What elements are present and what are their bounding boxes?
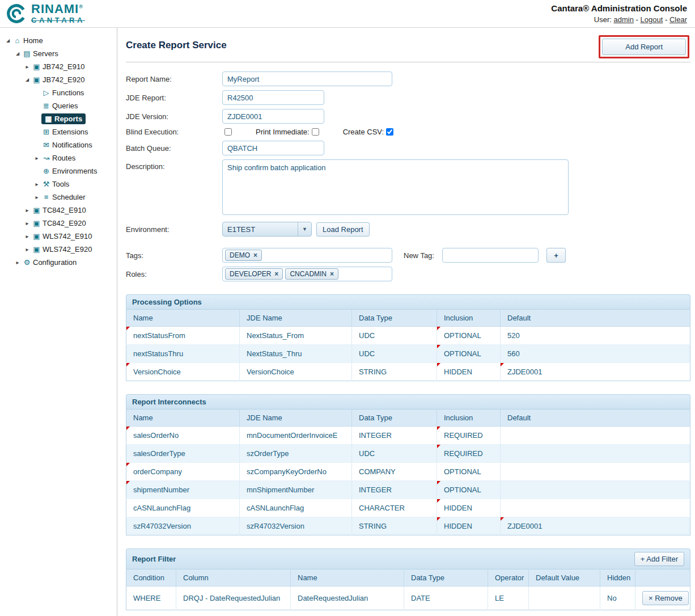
- table-cell[interactable]: WHERE: [126, 587, 176, 610]
- table-cell[interactable]: [501, 427, 690, 445]
- table-cell[interactable]: ZJDE0001: [501, 363, 690, 381]
- new-tag-input[interactable]: [442, 248, 539, 263]
- table-row[interactable]: salesOrderTypeszOrderTypeUDCREQUIRED: [126, 445, 690, 463]
- table-cell[interactable]: 520: [501, 327, 690, 345]
- sidebar-item-routes[interactable]: ▸↝Routes: [0, 151, 117, 164]
- table-cell[interactable]: VersionChoice: [126, 363, 240, 381]
- table-cell[interactable]: szCompanyKeyOrderNo: [240, 463, 352, 481]
- table-cell[interactable]: shipmentNumber: [126, 481, 240, 499]
- create-csv-checkbox[interactable]: [386, 128, 393, 136]
- table-cell[interactable]: STRING: [352, 517, 437, 535]
- table-row[interactable]: nextStatusThruNextStatus_ThruUDCOPTIONAL…: [126, 345, 690, 363]
- expand-arrow-icon[interactable]: ▸: [13, 259, 22, 265]
- collapse-arrow-icon[interactable]: ◢: [3, 38, 12, 43]
- table-cell[interactable]: UDC: [352, 445, 437, 463]
- table-cell[interactable]: [501, 499, 690, 517]
- sidebar-item-reports[interactable]: ▦Reports: [0, 112, 117, 125]
- table-cell[interactable]: OPTIONAL: [437, 481, 501, 499]
- add-filter-button[interactable]: + Add Filter: [634, 552, 684, 566]
- table-cell[interactable]: No: [600, 587, 635, 610]
- remove-chip-icon[interactable]: ×: [253, 251, 257, 259]
- table-cell[interactable]: orderCompany: [126, 463, 240, 481]
- app-logo[interactable]: RINAMI® CANTARA: [6, 3, 85, 24]
- table-cell[interactable]: [529, 587, 600, 610]
- table-cell[interactable]: OPTIONAL: [437, 345, 501, 363]
- batch-queue-input[interactable]: [222, 141, 324, 155]
- expand-arrow-icon[interactable]: ▸: [23, 233, 32, 239]
- print-immediate-checkbox[interactable]: [312, 128, 319, 136]
- tag-chip[interactable]: DEMO×: [225, 250, 262, 261]
- table-cell[interactable]: nextStatusFrom: [126, 327, 240, 345]
- table-cell[interactable]: HIDDEN: [437, 363, 501, 381]
- add-tag-button[interactable]: +: [546, 248, 566, 263]
- table-cell[interactable]: [501, 445, 690, 463]
- blind-execution-checkbox[interactable]: [224, 128, 232, 136]
- remove-chip-icon[interactable]: ×: [330, 270, 334, 278]
- environment-select[interactable]: E1TEST ▼: [222, 222, 312, 237]
- table-cell[interactable]: LE: [488, 587, 529, 610]
- tag-chip[interactable]: DEVELOPER×: [225, 268, 283, 280]
- table-cell[interactable]: cASNLaunchFlag: [126, 499, 240, 517]
- table-cell[interactable]: 560: [501, 345, 690, 363]
- clear-link[interactable]: Clear: [669, 15, 687, 24]
- table-cell[interactable]: mnShipmentNumber: [240, 481, 352, 499]
- table-cell[interactable]: REQUIRED: [437, 445, 501, 463]
- table-row[interactable]: VersionChoiceVersionChoiceSTRINGHIDDENZJ…: [126, 363, 690, 381]
- sidebar-item-servers[interactable]: ◢▤Servers: [0, 47, 117, 60]
- sidebar-item-jb742_e910[interactable]: ▸▣JB742_E910: [0, 60, 117, 73]
- sidebar-item-jb742_e920[interactable]: ◢▣JB742_E920: [0, 73, 117, 86]
- table-cell[interactable]: OPTIONAL: [437, 327, 501, 345]
- description-textarea[interactable]: Ship confirm batch application: [222, 159, 569, 215]
- table-row[interactable]: szR47032VersionszR47032VersionSTRINGHIDD…: [126, 517, 690, 535]
- expand-arrow-icon[interactable]: ▸: [32, 181, 41, 187]
- sidebar-item-functions[interactable]: ▷Functions: [0, 86, 117, 99]
- sidebar-item-home[interactable]: ◢⌂Home: [0, 34, 117, 47]
- sidebar-item-tc842_e920[interactable]: ▸▣TC842_E920: [0, 217, 117, 230]
- table-row[interactable]: nextStatusFromNextStatus_FromUDCOPTIONAL…: [126, 327, 690, 345]
- table-row[interactable]: WHEREDRQJ - DateRequestedJulianDateReque…: [126, 587, 690, 610]
- table-cell[interactable]: salesOrderNo: [126, 427, 240, 445]
- expand-arrow-icon[interactable]: ▸: [23, 64, 32, 70]
- logout-link[interactable]: Logout: [641, 15, 663, 24]
- table-cell[interactable]: DATE: [404, 587, 488, 610]
- sidebar-item-queries[interactable]: ≣Queries: [0, 99, 117, 112]
- sidebar-item-tc842_e910[interactable]: ▸▣TC842_E910: [0, 204, 117, 217]
- remove-chip-icon[interactable]: ×: [274, 270, 278, 278]
- table-cell[interactable]: ZJDE0001: [501, 517, 690, 535]
- table-cell[interactable]: NextStatus_Thru: [240, 345, 352, 363]
- sidebar-item-environments[interactable]: ⊕Environments: [0, 164, 117, 178]
- table-cell[interactable]: szOrderType: [240, 445, 352, 463]
- table-cell[interactable]: HIDDEN: [437, 499, 501, 517]
- expand-arrow-icon[interactable]: ▸: [23, 220, 32, 226]
- table-cell[interactable]: VersionChoice: [240, 363, 352, 381]
- expand-arrow-icon[interactable]: ▸: [32, 155, 41, 161]
- table-cell[interactable]: DateRequestedJulian: [291, 587, 404, 610]
- table-row[interactable]: cASNLaunchFlagcASNLaunchFlagCHARACTERHID…: [126, 499, 690, 517]
- tags-input[interactable]: DEMO×: [222, 248, 392, 263]
- table-cell[interactable]: REQUIRED: [437, 427, 501, 445]
- sidebar-item-wls742_e920[interactable]: ▸▣WLS742_E920: [0, 243, 117, 256]
- table-cell[interactable]: STRING: [352, 363, 437, 381]
- load-report-button[interactable]: Load Report: [316, 222, 370, 237]
- table-row[interactable]: salesOrderNomnDocumentOrderInvoiceEINTEG…: [126, 427, 690, 445]
- table-cell[interactable]: HIDDEN: [437, 517, 501, 535]
- remove-filter-button[interactable]: × Remove: [642, 591, 689, 605]
- table-cell[interactable]: [501, 463, 690, 481]
- jde-version-input[interactable]: [222, 109, 324, 124]
- table-cell[interactable]: UDC: [352, 327, 437, 345]
- jde-report-input[interactable]: [222, 90, 324, 105]
- sidebar-item-notifications[interactable]: ✉Notifications: [0, 138, 117, 151]
- table-cell[interactable]: INTEGER: [352, 427, 437, 445]
- sidebar-item-scheduler[interactable]: ▸≡Scheduler: [0, 191, 117, 204]
- table-cell[interactable]: DRQJ - DateRequestedJulian: [176, 587, 291, 610]
- table-cell[interactable]: szR47032Version: [126, 517, 240, 535]
- collapse-arrow-icon[interactable]: ◢: [13, 51, 22, 56]
- expand-arrow-icon[interactable]: ▸: [23, 207, 32, 213]
- sidebar-item-tools[interactable]: ▸⚒Tools: [0, 178, 117, 191]
- table-cell[interactable]: salesOrderType: [126, 445, 240, 463]
- add-report-button[interactable]: Add Report: [602, 39, 686, 55]
- sidebar-item-extensions[interactable]: ⊞Extensions: [0, 125, 117, 138]
- table-cell[interactable]: UDC: [352, 345, 437, 363]
- user-name-link[interactable]: admin: [614, 15, 634, 24]
- table-cell[interactable]: CHARACTER: [352, 499, 437, 517]
